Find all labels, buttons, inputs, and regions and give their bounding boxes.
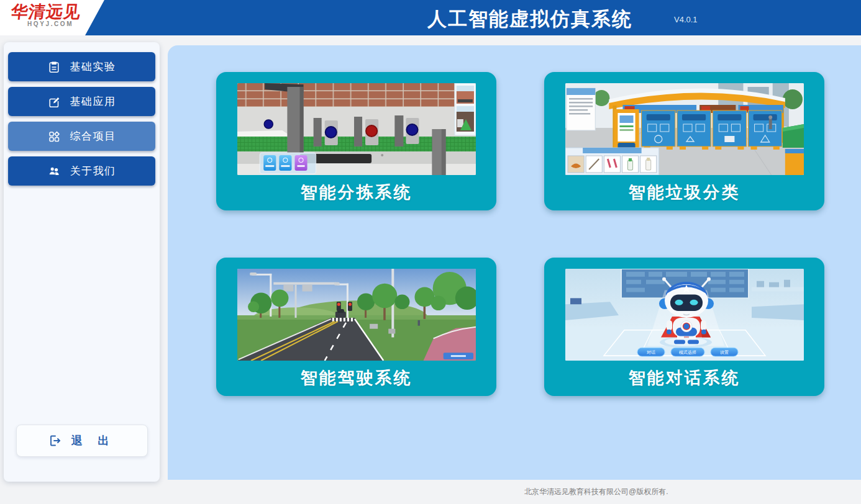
sorting-scene-image — [237, 83, 476, 175]
sorting-scene-preview — [237, 83, 476, 175]
card-dialogue-system[interactable]: 对话 模式选择 设置 智能对话系统 — [544, 258, 824, 396]
edit-icon — [48, 96, 60, 108]
sidebar-item-label: 基础实验 — [70, 60, 116, 74]
clipboard-icon — [48, 61, 60, 73]
mode-select-button-label: 模式选择 — [679, 350, 696, 355]
copyright-text: 北京华清远见教育科技有限公司@版权所有. — [524, 487, 668, 497]
dialogue-button-label: 对话 — [647, 350, 655, 355]
users-icon — [48, 165, 60, 178]
card-label: 智能分拣系统 — [216, 181, 496, 204]
garbage-scene-image — [565, 83, 804, 175]
sidebar-item-comprehensive-projects[interactable]: 综合项目 — [8, 122, 155, 151]
grid-icon — [48, 130, 60, 143]
sidebar-item-label: 关于我们 — [70, 164, 116, 178]
header-bar: 华清远见 HQYJ.COM 人工智能虚拟仿真系统 V4.0.1 — [0, 0, 861, 35]
sidebar-item-about-us[interactable]: 关于我们 — [8, 156, 155, 186]
exit-label: 退 出 — [71, 433, 115, 448]
version-label: V4.0.1 — [674, 15, 698, 24]
logo-subtitle: HQYJ.COM — [27, 20, 73, 27]
garbage-scene-preview — [565, 83, 804, 175]
sidebar-item-basic-applications[interactable]: 基础应用 — [8, 87, 155, 116]
logout-icon — [48, 434, 62, 448]
settings-button-label: 设置 — [720, 350, 729, 354]
dialogue-scene-preview: 对话 模式选择 设置 — [565, 269, 804, 361]
card-driving-system[interactable]: 智能驾驶系统 — [216, 258, 496, 396]
card-label: 智能垃圾分类 — [544, 181, 824, 204]
driving-scene-image — [237, 269, 476, 361]
dialogue-scene-image: 对话 模式选择 设置 — [565, 269, 804, 361]
card-sorting-system[interactable]: 智能分拣系统 — [216, 72, 496, 210]
exit-button[interactable]: 退 出 — [16, 425, 148, 457]
card-label: 智能对话系统 — [544, 367, 824, 389]
sidebar: 基础实验 基础应用 综合项目 关于我们 退 出 — [4, 42, 160, 482]
page-title: 人工智能虚拟仿真系统 — [427, 6, 632, 32]
card-garbage-classification[interactable]: 智能垃圾分类 — [544, 72, 824, 210]
logo: 华清远见 HQYJ.COM — [0, 0, 124, 35]
logo-title: 华清远见 — [10, 1, 82, 23]
sidebar-item-label: 基础应用 — [70, 94, 116, 109]
driving-scene-preview — [237, 269, 476, 361]
main-content: 智能分拣系统 — [168, 45, 861, 480]
card-label: 智能驾驶系统 — [216, 367, 496, 389]
sidebar-item-basic-experiments[interactable]: 基础实验 — [8, 52, 155, 81]
sidebar-item-label: 综合项目 — [70, 129, 116, 143]
